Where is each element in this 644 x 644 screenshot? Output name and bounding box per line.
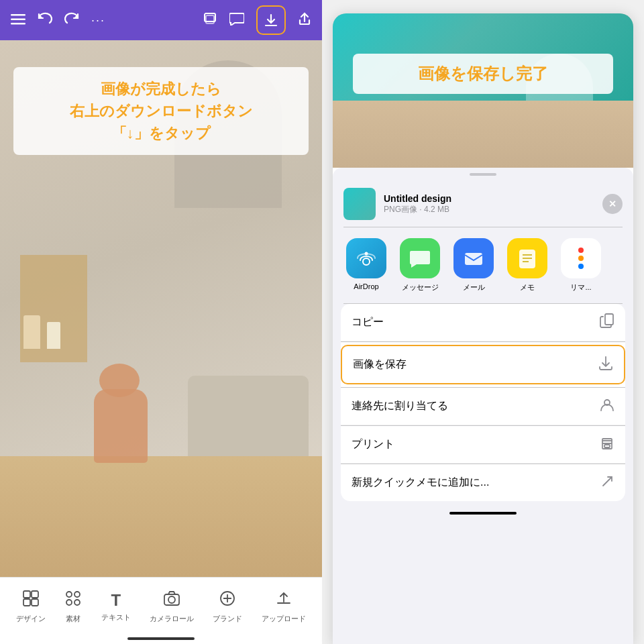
file-thumbnail	[343, 188, 376, 220]
share-apps-row: AirDrop メッセージ	[333, 227, 633, 303]
share-sheet: Untitled design PNG画像 · 4.2 MB ✕	[333, 168, 633, 644]
file-info: Untitled design PNG画像 · 4.2 MB	[384, 193, 594, 215]
reminders-label: リマ...	[570, 282, 591, 292]
svg-rect-1	[11, 18, 25, 20]
copy-label: コピー	[352, 315, 600, 329]
svg-rect-11	[32, 599, 38, 606]
close-button[interactable]: ✕	[602, 194, 623, 214]
share-icon[interactable]	[298, 12, 311, 29]
home-indicator-right	[449, 512, 517, 515]
left-panel: ···	[0, 0, 322, 644]
instruction-overlay: 画像が完成したら 右上のダウンロードボタン 「↓」をタップ	[13, 67, 309, 155]
file-name: Untitled design	[384, 193, 594, 204]
notes-icon	[507, 238, 547, 278]
copy-icon	[600, 313, 614, 331]
download-button[interactable]	[256, 5, 286, 35]
messages-icon	[400, 238, 440, 278]
svg-rect-22	[519, 250, 535, 268]
save-complete-text: 画像を保存し完了	[364, 63, 602, 85]
action-assign-contact[interactable]: 連絡先に割り当てる	[341, 388, 625, 425]
svg-rect-10	[23, 599, 30, 606]
more-icon[interactable]: ···	[91, 13, 105, 28]
file-meta: PNG画像 · 4.2 MB	[384, 204, 594, 215]
notes-label: メモ	[520, 282, 535, 292]
print-icon	[600, 435, 614, 453]
toolbar-item-text[interactable]: T テキスト	[101, 591, 131, 623]
upload-label: アップロード	[262, 614, 306, 624]
save-image-label: 画像を保存	[353, 358, 598, 372]
svg-rect-29	[604, 445, 610, 447]
assign-contact-icon	[600, 397, 614, 415]
toolbar-item-camera[interactable]: カメラロール	[150, 590, 194, 624]
file-preview-row: Untitled design PNG画像 · 4.2 MB ✕	[333, 181, 633, 227]
assign-contact-label: 連絡先に割り当てる	[352, 399, 600, 413]
svg-rect-21	[465, 253, 482, 265]
home-indicator	[127, 637, 195, 640]
design-icon	[22, 590, 40, 611]
svg-point-12	[66, 592, 72, 597]
text-label: テキスト	[101, 612, 131, 623]
menu-icon[interactable]	[11, 13, 25, 28]
elements-icon	[64, 590, 82, 611]
svg-point-14	[66, 600, 72, 605]
right-panel: 画像を保存し完了 Untitled design PNG画像 · 4.2 MB …	[322, 0, 644, 644]
brand-label: ブランド	[213, 614, 242, 624]
phone-frame: 画像を保存し完了 Untitled design PNG画像 · 4.2 MB …	[333, 13, 633, 644]
action-quick-note[interactable]: 新規クイックメモに追加に...	[341, 464, 625, 501]
svg-rect-8	[23, 591, 30, 598]
instruction-text: 画像が完成したら 右上のダウンロードボタン 「↓」をタップ	[27, 78, 295, 144]
svg-point-20	[365, 252, 368, 256]
mail-label: メール	[463, 282, 485, 292]
action-print[interactable]: プリント	[341, 426, 625, 464]
toolbar-item-brand[interactable]: ブランド	[213, 590, 242, 624]
camera-label: カメラロール	[150, 614, 194, 624]
action-copy[interactable]: コピー	[341, 304, 625, 341]
svg-point-13	[74, 592, 80, 597]
save-image-icon	[598, 356, 613, 374]
svg-point-17	[168, 596, 175, 603]
mail-icon	[453, 238, 494, 278]
redo-icon[interactable]	[64, 12, 79, 29]
brand-icon	[219, 590, 236, 611]
svg-rect-0	[11, 14, 25, 16]
svg-point-19	[363, 258, 370, 265]
share-app-reminders[interactable]: リマ...	[561, 238, 601, 292]
svg-point-15	[74, 600, 80, 605]
comment-icon[interactable]	[229, 12, 244, 29]
toolbar-item-design[interactable]: デザイン	[16, 590, 46, 624]
bottom-toolbar: デザイン 素材 T テキスト	[0, 577, 322, 644]
toolbar-item-upload[interactable]: アップロード	[262, 590, 306, 624]
preview-image: 画像を保存し完了	[333, 13, 633, 168]
upload-icon	[275, 590, 292, 611]
svg-rect-9	[32, 591, 38, 598]
canvas-image: 画像が完成したら 右上のダウンロードボタン 「↓」をタップ	[0, 40, 322, 577]
share-app-messages[interactable]: メッセージ	[400, 238, 440, 292]
camera-icon	[163, 590, 180, 611]
quick-note-label: 新規クイックメモに追加に...	[352, 476, 600, 490]
quick-note-icon	[600, 474, 614, 492]
elements-label: 素材	[66, 614, 80, 624]
undo-icon[interactable]	[38, 12, 52, 29]
svg-rect-26	[605, 314, 613, 325]
share-sheet-handle	[470, 173, 496, 176]
canvas-area[interactable]: 画像が完成したら 右上のダウンロードボタン 「↓」をタップ	[0, 40, 322, 577]
layers-icon[interactable]	[203, 12, 217, 29]
svg-rect-4	[206, 15, 214, 23]
svg-rect-2	[11, 23, 25, 25]
toolbar: ···	[0, 0, 322, 40]
action-save-image[interactable]: 画像を保存	[341, 345, 625, 384]
toolbar-item-elements[interactable]: 素材	[64, 590, 82, 624]
reminders-icon	[561, 238, 601, 278]
print-label: プリント	[352, 437, 600, 451]
share-app-mail[interactable]: メール	[453, 238, 494, 292]
airdrop-icon	[346, 238, 386, 278]
share-app-airdrop[interactable]: AirDrop	[346, 238, 386, 292]
save-complete-overlay: 画像を保存し完了	[353, 54, 613, 94]
airdrop-label: AirDrop	[354, 282, 378, 290]
messages-label: メッセージ	[402, 282, 439, 292]
share-app-notes[interactable]: メモ	[507, 238, 547, 292]
design-label: デザイン	[16, 614, 46, 624]
text-icon: T	[111, 591, 121, 610]
actions-list: コピー 画像を保存	[341, 304, 625, 501]
